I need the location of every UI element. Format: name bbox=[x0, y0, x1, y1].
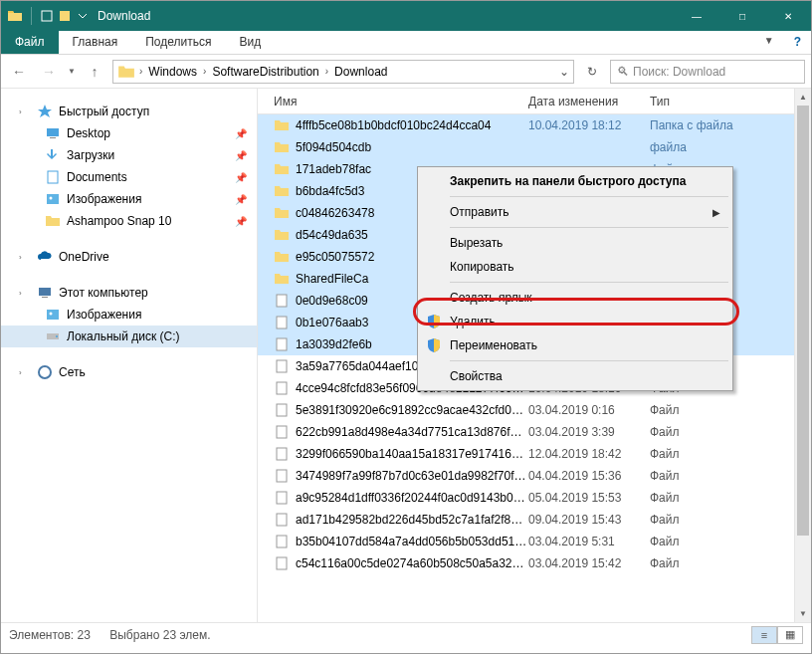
qat-item-icon[interactable] bbox=[58, 9, 72, 23]
search-input[interactable]: 🔍︎ Поиск: Download bbox=[610, 60, 805, 84]
svg-rect-7 bbox=[39, 288, 51, 296]
svg-point-6 bbox=[50, 197, 53, 200]
drive-icon bbox=[45, 328, 61, 344]
svg-rect-24 bbox=[277, 514, 287, 526]
scroll-up-button[interactable]: ▲ bbox=[795, 89, 811, 106]
view-toggle: ≡ ▦ bbox=[751, 626, 803, 644]
column-name[interactable]: Имя bbox=[274, 95, 528, 109]
svg-rect-21 bbox=[277, 448, 287, 460]
view-details-button[interactable]: ≡ bbox=[751, 626, 777, 644]
nav-this-pc[interactable]: › Этот компьютер bbox=[1, 282, 257, 304]
context-copy[interactable]: Копировать bbox=[420, 255, 730, 279]
file-row[interactable]: b35b04107dd584a7a4dd056b5b053dd519...03.… bbox=[258, 531, 811, 552]
nav-item[interactable]: Documents📌 bbox=[1, 166, 257, 188]
folder-icon bbox=[274, 139, 290, 155]
ribbon-tab-home[interactable]: Главная bbox=[59, 31, 132, 54]
file-date: 05.04.2019 15:53 bbox=[528, 491, 650, 505]
context-shortcut[interactable]: Создать ярлык bbox=[420, 286, 730, 310]
chevron-right-icon[interactable]: › bbox=[19, 108, 29, 116]
nav-item[interactable]: Изображения📌 bbox=[1, 188, 257, 210]
nav-item[interactable]: Загрузки📌 bbox=[1, 144, 257, 166]
nav-onedrive[interactable]: › OneDrive bbox=[1, 246, 257, 268]
svg-rect-0 bbox=[42, 11, 52, 21]
breadcrumb-item[interactable]: SoftwareDistribution bbox=[210, 63, 320, 81]
file-row[interactable]: ad171b429582bd226d45bd52c7a1faf2f828...0… bbox=[258, 509, 811, 531]
chevron-right-icon[interactable]: › bbox=[19, 253, 29, 262]
chevron-down-icon[interactable]: ⌄ bbox=[559, 65, 569, 79]
forward-button[interactable]: → bbox=[37, 60, 61, 84]
context-pin[interactable]: Закрепить на панели быстрого доступа bbox=[420, 169, 730, 193]
scroll-thumb[interactable] bbox=[797, 106, 809, 536]
chevron-right-icon[interactable]: › bbox=[203, 66, 206, 77]
back-button[interactable]: ← bbox=[7, 60, 31, 84]
pictures-icon bbox=[45, 307, 61, 323]
folder-icon bbox=[7, 8, 23, 24]
maximize-button[interactable]: □ bbox=[719, 1, 765, 31]
file-name: 5f094d504cdb bbox=[296, 140, 528, 154]
breadcrumb-item[interactable]: Windows bbox=[146, 63, 199, 81]
context-cut[interactable]: Вырезать bbox=[420, 231, 730, 255]
svg-rect-2 bbox=[47, 128, 59, 136]
documents-icon bbox=[45, 169, 61, 185]
file-tab[interactable]: Файл bbox=[1, 31, 59, 54]
folder-icon bbox=[274, 271, 290, 287]
svg-rect-5 bbox=[47, 194, 59, 204]
svg-rect-14 bbox=[277, 295, 287, 307]
minimize-button[interactable]: — bbox=[674, 1, 719, 31]
scrollbar-vertical[interactable]: ▲ ▼ bbox=[794, 89, 811, 622]
file-row[interactable]: 5e3891f30920e6c91892cc9acae432cfd029...0… bbox=[258, 399, 811, 421]
file-name: 3474989f7a99f87b7d0c63e01da9982f70fe... bbox=[296, 469, 528, 483]
quick-access-toolbar bbox=[7, 7, 90, 25]
up-button[interactable]: ↑ bbox=[83, 60, 106, 84]
column-date[interactable]: Дата изменения bbox=[528, 95, 650, 109]
downloads-icon bbox=[45, 147, 61, 163]
file-row[interactable]: a9c95284d1dff0336f20244f0ac0d9143b0c...0… bbox=[258, 487, 811, 509]
ribbon-tab-share[interactable]: Поделиться bbox=[131, 31, 225, 54]
file-type: файла bbox=[650, 140, 687, 154]
status-selected-count: Выбрано 23 элем. bbox=[109, 628, 210, 642]
ribbon-expand-icon[interactable]: ▼ bbox=[754, 31, 784, 54]
context-rename[interactable]: Переименовать bbox=[420, 333, 730, 357]
svg-rect-15 bbox=[277, 317, 287, 328]
file-row[interactable]: 5f094d504cdbфайла bbox=[258, 136, 811, 158]
nav-item[interactable]: Desktop📌 bbox=[1, 122, 257, 144]
nav-quick-access[interactable]: › Быстрый доступ bbox=[1, 101, 257, 122]
context-send-to[interactable]: Отправить ▶ bbox=[420, 200, 730, 224]
context-delete[interactable]: Удалить bbox=[420, 310, 730, 333]
nav-item[interactable]: Локальный диск (C:) bbox=[1, 326, 257, 347]
close-button[interactable]: ✕ bbox=[765, 1, 811, 31]
scroll-down-button[interactable]: ▼ bbox=[795, 605, 811, 622]
svg-rect-4 bbox=[48, 171, 58, 183]
view-icons-button[interactable]: ▦ bbox=[777, 626, 803, 644]
svg-rect-9 bbox=[47, 310, 59, 320]
file-row[interactable]: 3299f066590ba140aa15a18317e91741643...12… bbox=[258, 443, 811, 465]
svg-rect-3 bbox=[50, 137, 56, 138]
file-row[interactable]: c54c116a00c5de0274a60b508c50a5a322...03.… bbox=[258, 552, 811, 574]
network-icon bbox=[37, 364, 53, 380]
chevron-right-icon[interactable]: › bbox=[19, 368, 29, 377]
ribbon-tab-view[interactable]: Вид bbox=[225, 31, 275, 54]
qat-dropdown-icon[interactable] bbox=[76, 9, 90, 23]
breadcrumb-bar[interactable]: › Windows › SoftwareDistribution › Downl… bbox=[112, 60, 574, 84]
breadcrumb-item[interactable]: Download bbox=[332, 63, 389, 81]
file-date: 09.04.2019 15:43 bbox=[528, 513, 650, 527]
help-icon[interactable]: ? bbox=[784, 31, 811, 54]
scroll-track[interactable] bbox=[795, 106, 811, 605]
file-row[interactable]: 622cb991a8d498e4a34d7751ca13d876f57...03… bbox=[258, 421, 811, 443]
folder-icon bbox=[274, 227, 290, 243]
context-properties[interactable]: Свойства bbox=[420, 364, 730, 388]
chevron-right-icon[interactable]: › bbox=[325, 66, 328, 77]
nav-item[interactable]: Ashampoo Snap 10📌 bbox=[1, 210, 257, 232]
qat-item-icon[interactable] bbox=[40, 9, 54, 23]
file-name: a9c95284d1dff0336f20244f0ac0d9143b0c... bbox=[296, 491, 528, 505]
refresh-button[interactable]: ↻ bbox=[580, 60, 604, 84]
file-date: 03.04.2019 3:39 bbox=[528, 425, 650, 439]
chevron-right-icon[interactable]: › bbox=[139, 66, 142, 77]
history-dropdown-icon[interactable]: ▼ bbox=[67, 67, 77, 76]
file-row[interactable]: 3474989f7a99f87b7d0c63e01da9982f70fe...0… bbox=[258, 465, 811, 487]
chevron-right-icon[interactable]: › bbox=[19, 289, 29, 298]
nav-item[interactable]: Изображения bbox=[1, 304, 257, 326]
nav-network[interactable]: › Сеть bbox=[1, 361, 257, 383]
file-row[interactable]: 4fffb5ce08b1b0bdcf010bc24d4cca0410.04.20… bbox=[258, 114, 811, 136]
column-type[interactable]: Тип bbox=[650, 95, 793, 109]
